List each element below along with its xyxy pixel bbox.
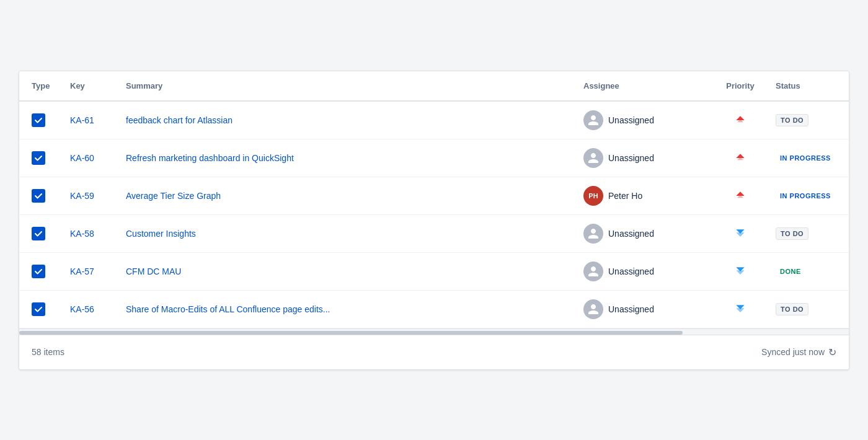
cell-summary: Share of Macro-Edits of ALL Confluence p… — [118, 290, 576, 328]
scrollbar-thumb — [19, 331, 683, 335]
assignee-cell: PHPeter Ho — [583, 186, 705, 206]
cell-priority — [712, 101, 768, 139]
issue-key-link[interactable]: KA-61 — [70, 115, 94, 125]
cell-priority — [712, 177, 768, 214]
cell-priority — [712, 214, 768, 252]
status-badge: TO DO — [776, 303, 808, 315]
status-badge: TO DO — [776, 227, 808, 240]
sync-icon[interactable]: ↻ — [828, 346, 836, 358]
issue-summary-link[interactable]: Refresh marketing dashboard in QuickSigh… — [126, 153, 294, 163]
checkbox[interactable] — [32, 302, 45, 316]
cell-key: KA-61 — [63, 101, 118, 139]
avatar: PH — [583, 186, 603, 206]
checkbox[interactable] — [32, 189, 45, 203]
assignee-cell: Unassigned — [583, 110, 705, 130]
col-header-status: Status — [768, 71, 849, 101]
horizontal-scrollbar[interactable] — [19, 328, 849, 335]
sync-status: Synced just now ↻ — [761, 346, 836, 358]
priority-icon — [720, 152, 761, 164]
checkbox[interactable] — [32, 227, 45, 240]
cell-assignee: Unassigned — [576, 290, 712, 328]
issues-table: Type Key Summary Assignee Priority — [19, 71, 849, 328]
cell-priority — [712, 290, 768, 328]
issue-summary-link[interactable]: Share of Macro-Edits of ALL Confluence p… — [126, 304, 330, 314]
cell-key: KA-58 — [63, 214, 118, 252]
cell-status: TO DO — [768, 290, 849, 328]
cell-type — [19, 290, 63, 328]
cell-summary: Refresh marketing dashboard in QuickSigh… — [118, 139, 576, 177]
cell-summary: feedback chart for Atlassian — [118, 101, 576, 139]
issue-summary-link[interactable]: CFM DC MAU — [126, 266, 181, 276]
table-row: KA-57CFM DC MAUUnassignedDONE — [19, 252, 849, 290]
cell-assignee: Unassigned — [576, 101, 712, 139]
cell-status: TO DO — [768, 214, 849, 252]
col-header-summary: Summary — [118, 71, 576, 101]
table-row: KA-61feedback chart for AtlassianUnassig… — [19, 101, 849, 139]
col-header-key: Key — [63, 71, 118, 101]
main-container: Type Key Summary Assignee Priority — [19, 71, 849, 370]
issue-key-link[interactable]: KA-57 — [70, 266, 94, 276]
cell-type — [19, 252, 63, 290]
assignee-name: Peter Ho — [608, 191, 642, 201]
assignee-name: Unassigned — [608, 266, 654, 276]
cell-key: KA-57 — [63, 252, 118, 290]
checkbox[interactable] — [32, 151, 45, 165]
table-footer: 58 items Synced just now ↻ — [19, 335, 849, 369]
cell-summary: CFM DC MAU — [118, 252, 576, 290]
cell-key: KA-56 — [63, 290, 118, 328]
cell-type — [19, 214, 63, 252]
table-row: KA-59Average Tier Size GraphPHPeter HoIN… — [19, 177, 849, 214]
table-wrapper: Type Key Summary Assignee Priority — [19, 71, 849, 328]
assignee-cell: Unassigned — [583, 299, 705, 319]
cell-priority — [712, 139, 768, 177]
issue-summary-link[interactable]: Average Tier Size Graph — [126, 191, 221, 201]
avatar — [583, 148, 603, 168]
status-badge: IN PROGRESS — [776, 190, 835, 201]
col-header-type: Type — [19, 71, 63, 101]
cell-status: DONE — [768, 252, 849, 290]
table-row: KA-58Customer InsightsUnassignedTO DO — [19, 214, 849, 252]
cell-key: KA-60 — [63, 139, 118, 177]
cell-status: IN PROGRESS — [768, 177, 849, 214]
avatar — [583, 299, 603, 319]
cell-type — [19, 101, 63, 139]
avatar — [583, 224, 603, 244]
cell-status: IN PROGRESS — [768, 139, 849, 177]
avatar — [583, 110, 603, 130]
issue-key-link[interactable]: KA-60 — [70, 153, 94, 163]
cell-key: KA-59 — [63, 177, 118, 214]
cell-type — [19, 177, 63, 214]
priority-icon — [720, 227, 761, 240]
status-badge: TO DO — [776, 114, 808, 126]
table-header-row: Type Key Summary Assignee Priority — [19, 71, 849, 101]
issue-key-link[interactable]: KA-58 — [70, 229, 94, 239]
cell-assignee: PHPeter Ho — [576, 177, 712, 214]
issue-key-link[interactable]: KA-59 — [70, 191, 94, 201]
avatar — [583, 262, 603, 281]
assignee-name: Unassigned — [608, 115, 654, 125]
cell-summary: Customer Insights — [118, 214, 576, 252]
checkbox[interactable] — [32, 265, 45, 278]
cell-status: TO DO — [768, 101, 849, 139]
assignee-cell: Unassigned — [583, 224, 705, 244]
issue-summary-link[interactable]: feedback chart for Atlassian — [126, 115, 232, 125]
items-count: 58 items — [32, 347, 64, 357]
priority-icon — [720, 265, 761, 278]
assignee-name: Unassigned — [608, 229, 654, 239]
table-row: KA-60Refresh marketing dashboard in Quic… — [19, 139, 849, 177]
checkbox[interactable] — [32, 113, 45, 127]
cell-assignee: Unassigned — [576, 214, 712, 252]
status-badge: DONE — [776, 266, 805, 277]
assignee-name: Unassigned — [608, 304, 654, 314]
priority-icon — [720, 114, 761, 126]
assignee-cell: Unassigned — [583, 262, 705, 281]
issue-summary-link[interactable]: Customer Insights — [126, 229, 196, 239]
cell-priority — [712, 252, 768, 290]
cell-assignee: Unassigned — [576, 252, 712, 290]
assignee-name: Unassigned — [608, 153, 654, 163]
sync-text: Synced just now — [761, 347, 825, 357]
priority-icon — [720, 303, 761, 315]
cell-assignee: Unassigned — [576, 139, 712, 177]
issue-key-link[interactable]: KA-56 — [70, 304, 94, 314]
cell-summary: Average Tier Size Graph — [118, 177, 576, 214]
